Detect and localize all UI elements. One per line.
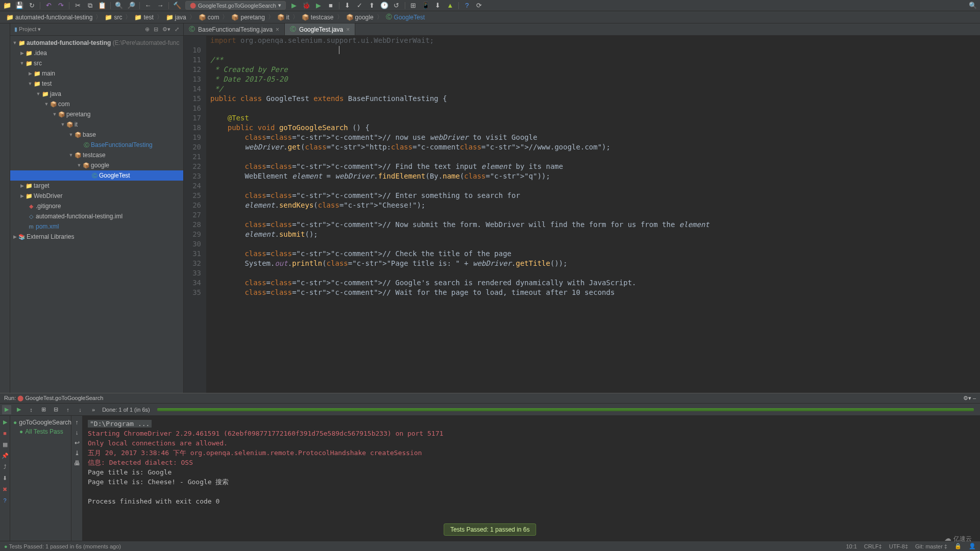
tree-extlib[interactable]: ▶📚External Libraries [10,232,183,242]
git-branch[interactable]: Git: master ‡ [915,543,947,549]
print-icon[interactable]: 🖶 [74,460,80,467]
tree-googletest[interactable]: ⒸGoogleTest [10,170,183,181]
android-icon[interactable]: ▲ [446,2,454,10]
help-icon[interactable]: ? [463,2,471,10]
hide-icon[interactable]: ⤢ [175,26,179,33]
wrap-icon[interactable]: ↩ [75,439,80,446]
redo-icon[interactable]: ↷ [57,2,65,10]
prev-icon[interactable]: ↑ [63,405,72,414]
tree-root[interactable]: ▼📁automated-functional-testing (E:\Pere\… [10,38,183,48]
tab-basefunctionaltesting[interactable]: ⒸBaseFunctionalTesting.java× [184,23,285,35]
crumb-6[interactable]: 📦it [275,14,291,21]
up-icon[interactable]: ↑ [76,419,79,426]
tree-idea[interactable]: ▶📁.idea [10,48,183,58]
pin-icon[interactable]: 📌 [1,452,9,460]
crumb-4[interactable]: 📦com [197,14,222,21]
console-output[interactable]: "D:\Program ...Starting ChromeDriver 2.2… [83,416,980,541]
crumb-8[interactable]: 📦google [344,14,376,21]
updates-icon[interactable]: ⟳ [475,2,483,10]
rerun-failed-icon[interactable]: ▶ [14,405,23,414]
help-icon[interactable]: ? [1,496,9,505]
avd-icon[interactable]: 📱 [422,2,430,10]
push-icon[interactable]: ⬆ [368,2,376,10]
caret-position[interactable]: 10:1 [846,543,856,549]
close-icon[interactable]: × [276,26,279,33]
settings-icon[interactable]: ⚙▾ [162,26,170,33]
crumb-3[interactable]: 📁java [164,14,188,21]
collapse-icon[interactable]: ⊟ [51,405,60,414]
tree-java[interactable]: ▼📁java [10,89,183,99]
stop-icon[interactable]: ■ [1,429,9,437]
open-icon[interactable]: 📁 [3,2,11,10]
tree-base[interactable]: ▼📦base [10,130,183,140]
undo-icon[interactable]: ↶ [44,2,53,10]
tree-test[interactable]: ▼📁test [10,79,183,89]
crumb-7[interactable]: 📦testcase [300,14,336,21]
search-everywhere-icon[interactable]: 🔍 [969,2,977,10]
line-ending[interactable]: CRLF‡ [864,543,882,549]
revert-icon[interactable]: ↺ [393,2,401,10]
forward-icon[interactable]: → [156,2,164,10]
tree-src[interactable]: ▼📁src [10,58,183,68]
commit-icon[interactable]: ✓ [356,2,364,10]
crumb-5[interactable]: 📦peretang [229,14,266,21]
project-label[interactable]: Project [19,26,36,32]
rerun-icon[interactable]: ▶ [1,418,9,426]
run-config-dropdown[interactable]: ⬤ GoogleTest.goToGoogleSearch ▾ [185,1,286,10]
tree-pom[interactable]: mpom.xml [10,221,183,232]
down-icon[interactable]: ↓ [76,429,79,436]
vcs-icon[interactable]: ⬇ [344,2,352,10]
crumb-1[interactable]: 📁src [103,14,124,21]
debug-icon[interactable]: 🐞 [302,2,310,10]
tree-com
      [interactable]: ▼📦com [10,99,183,109]
minimize-icon[interactable]: – [973,395,976,401]
back-icon[interactable]: ← [144,2,152,10]
left-tool-gutter[interactable] [0,23,10,393]
tree-webdriver[interactable]: ▶📁WebDriver [10,191,183,201]
test-tree[interactable]: ●goToGoogleSearch ●All Tests Pass [10,416,71,541]
close-icon[interactable]: × [346,26,350,33]
tree-google[interactable]: ▼📦google [10,160,183,170]
collapse-icon[interactable]: ⊟ [154,26,158,33]
rerun-icon[interactable]: ▶ [2,405,11,414]
cut-icon[interactable]: ✂ [74,2,82,10]
crumb-0[interactable]: 📁automated-functional-testing [4,14,94,21]
tree-gitignore[interactable]: ◆.gitignore [10,201,183,211]
tree-iml[interactable]: ◇automated-functional-testing.iml [10,211,183,221]
dump-icon[interactable]: ⬇ [1,474,9,482]
tree-basefunc[interactable]: ⒸBaseFunctionalTesting [10,140,183,150]
build-icon[interactable]: 🔨 [173,2,181,10]
crumb-9[interactable]: ⒸGoogleTest [384,13,427,21]
sort-icon[interactable]: ↕ [27,405,36,414]
exit-icon[interactable]: ⤴ [1,463,9,471]
layout-icon[interactable]: ▦ [1,440,9,448]
code-area[interactable]: 1011121314151617181920212223242526272829… [184,36,980,393]
code-content[interactable]: import org.openqa.selenium.support.ui.We… [206,36,980,393]
copy-icon[interactable]: ⧉ [86,2,94,10]
tree-testcase[interactable]: ▼📦testcase [10,150,183,160]
tree-it[interactable]: ▼📦it [10,119,183,130]
refresh-icon[interactable]: ↻ [28,2,36,10]
scroll-from-icon[interactable]: ⊕ [145,26,150,33]
close-icon[interactable]: ✖ [1,485,9,493]
crumb-2[interactable]: 📁test [132,14,155,21]
tree-target[interactable]: ▶📁target [10,181,183,191]
replace-icon[interactable]: 🔎 [127,2,135,10]
save-icon[interactable]: 💾 [15,2,23,10]
encoding[interactable]: UTF-8‡ [889,543,908,549]
tree-main[interactable]: ▶📁main [10,68,183,79]
test-root[interactable]: ●goToGoogleSearch [12,418,69,427]
tree-peretang[interactable]: ▼📦peretang [10,109,183,119]
paste-icon[interactable]: 📋 [98,2,106,10]
find-icon[interactable]: 🔍 [115,2,123,10]
sdk-icon[interactable]: ⬇ [434,2,442,10]
tab-googletest[interactable]: ⒸGoogleTest.java× [285,23,355,35]
structure-icon[interactable]: ⊞ [409,2,418,10]
scroll-icon[interactable]: ⤓ [75,449,80,457]
project-tree[interactable]: ▼📁automated-functional-testing (E:\Pere\… [10,36,183,393]
gear-icon[interactable]: ⚙▾ [963,395,971,401]
next-icon[interactable]: ↓ [76,405,85,414]
test-all-passed[interactable]: ●All Tests Pass [12,427,69,436]
stop-icon[interactable]: ■ [327,2,335,10]
coverage-icon[interactable]: ▶ [314,2,323,10]
